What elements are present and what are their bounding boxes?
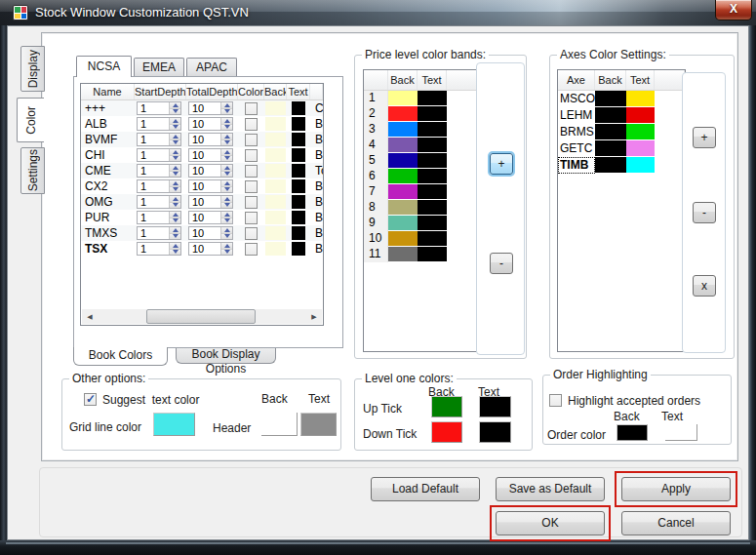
color-checkbox[interactable] [245,134,258,146]
tab-emea[interactable]: EMEA [134,58,184,77]
horizontal-scrollbar[interactable]: ◀ ▶ [82,309,322,324]
table-row[interactable]: +++ 1 10 [81,100,323,116]
text-color-swatch[interactable] [292,117,305,131]
spin-down-button[interactable] [221,234,232,240]
axes-row[interactable]: BRMS [558,124,685,140]
spinner-buttons[interactable] [169,134,180,145]
exchange-name-cell[interactable]: PUR [81,211,135,224]
back-color-swatch[interactable] [388,169,418,184]
text-color-swatch[interactable] [292,226,305,240]
scrollbar-track[interactable] [98,309,306,324]
axe-name-cell[interactable]: GETC [558,140,595,157]
scroll-left-button[interactable]: ◀ [82,309,98,324]
spinner-buttons[interactable] [220,180,232,192]
text-color-swatch[interactable] [418,106,447,122]
start-depth-value[interactable]: 1 [138,180,169,192]
back-color-swatch[interactable] [265,117,286,131]
text-color-swatch[interactable] [418,247,447,262]
text-color-swatch[interactable] [418,169,447,184]
spin-down-button[interactable] [221,250,232,256]
spin-down-button[interactable] [170,187,180,193]
back-color-swatch[interactable] [388,200,418,216]
text-color-swatch[interactable] [626,124,655,140]
back-color-swatch[interactable] [388,231,418,247]
exchange-name-cell[interactable]: CX2 [81,179,135,193]
column-header-startdepth[interactable]: StartDepth [135,84,186,99]
spinner-buttons[interactable] [220,196,232,208]
start-depth-spinner[interactable]: 1 [137,226,181,240]
text-color-swatch[interactable] [418,122,447,138]
start-depth-value[interactable]: 1 [138,102,169,114]
back-color-swatch[interactable] [388,153,418,169]
total-depth-spinner[interactable]: 10 [188,179,233,193]
back-color-swatch[interactable] [265,242,286,256]
spin-down-button[interactable] [221,172,232,178]
table-row[interactable]: CME 1 10 [81,163,323,178]
start-depth-value[interactable]: 1 [138,227,169,239]
start-depth-spinner[interactable]: 1 [137,101,181,115]
cancel-button[interactable]: Cancel [621,511,731,535]
total-depth-spinner[interactable]: 10 [188,226,233,240]
total-depth-value[interactable]: 10 [189,196,220,208]
text-color-swatch[interactable] [418,138,447,153]
start-depth-value[interactable]: 1 [138,165,169,177]
spin-down-button[interactable] [221,109,232,115]
spinner-buttons[interactable] [169,180,180,192]
order-back-color-swatch[interactable] [617,424,648,441]
header-text-color-swatch[interactable] [300,413,337,436]
back-color-swatch[interactable] [388,247,418,262]
color-checkbox[interactable] [245,212,258,224]
table-row[interactable]: TSX 1 10 [81,241,323,257]
back-color-swatch[interactable] [388,138,418,153]
grid-line-color-swatch[interactable] [153,413,195,436]
text-color-swatch[interactable] [418,184,447,200]
delete-axe-button[interactable]: x [693,275,716,297]
scrollbar-thumb[interactable] [146,309,256,324]
text-color-swatch[interactable] [626,140,655,157]
start-depth-value[interactable]: 1 [138,212,169,223]
start-depth-value[interactable]: 1 [138,196,169,208]
exchange-name-cell[interactable]: BVMF [81,133,135,146]
text-color-swatch[interactable] [626,157,655,174]
back-color-swatch[interactable] [388,91,418,106]
spin-down-button[interactable] [170,218,180,224]
text-color-swatch[interactable] [418,153,447,169]
back-color-swatch[interactable] [265,211,286,224]
axe-name-cell[interactable]: LEHM [558,107,595,124]
total-depth-value[interactable]: 10 [189,118,220,130]
total-depth-spinner[interactable]: 10 [188,148,233,162]
color-checkbox[interactable] [245,118,258,131]
table-row[interactable]: PUR 1 10 [81,210,323,225]
highlight-accepted-orders-checkbox[interactable] [549,394,562,407]
spin-down-button[interactable] [170,203,180,209]
text-color-swatch[interactable] [418,216,447,231]
up-tick-back-swatch[interactable] [431,396,462,417]
start-depth-value[interactable]: 1 [138,149,169,161]
total-depth-value[interactable]: 10 [189,227,220,239]
text-color-swatch[interactable] [292,195,305,209]
suggest-text-color-checkbox[interactable] [84,393,97,406]
color-checkbox[interactable] [245,243,258,256]
start-depth-spinner[interactable]: 1 [137,133,181,146]
color-checkbox[interactable] [245,102,258,115]
spinner-buttons[interactable] [220,212,232,223]
tab-color[interactable]: Color [17,98,44,142]
text-color-swatch[interactable] [418,200,447,216]
total-depth-value[interactable]: 10 [189,149,220,161]
tab-apac[interactable]: APAC [186,58,237,77]
spinner-buttons[interactable] [169,227,180,239]
text-color-swatch[interactable] [292,211,305,224]
tab-book-colors[interactable]: Book Colors [73,347,168,366]
table-row[interactable]: CX2 1 10 [81,178,323,194]
exchange-name-cell[interactable]: OMG [81,195,135,209]
color-checkbox[interactable] [245,180,258,193]
exchange-name-cell[interactable]: CME [81,164,135,178]
total-depth-spinner[interactable]: 10 [188,117,233,131]
load-default-button[interactable]: Load Default [371,477,480,501]
close-button[interactable]: X [715,0,752,20]
start-depth-spinner[interactable]: 1 [137,179,181,193]
down-tick-back-swatch[interactable] [431,421,462,443]
text-color-swatch[interactable] [292,101,305,115]
spinner-buttons[interactable] [169,102,180,114]
color-checkbox[interactable] [245,149,258,162]
